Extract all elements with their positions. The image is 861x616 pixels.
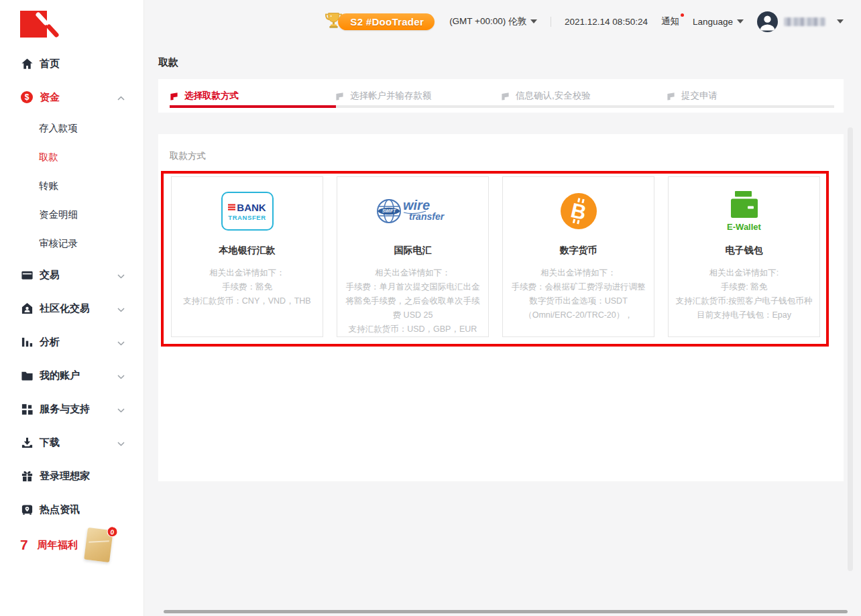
sidebar-item-anniversary-benefits[interactable]: 7 周年福利 0 [0,526,144,564]
seven-anniversary-icon: 7 [20,537,28,553]
timezone-selector[interactable]: (GMT +00:00) 伦敦 [449,15,537,27]
sidebar-item-transfer[interactable]: 转账 [0,172,144,200]
sidebar-item-audit-records[interactable]: 审核记录 [0,229,144,258]
sidebar-item-withdrawal[interactable]: 取款 [0,143,144,172]
step-flag-icon [667,92,675,101]
method-card-crypto[interactable]: B 数字货币 相关出金详情如下： 手续费：会根据矿工费浮动进行调整 数字 [502,176,654,337]
news-pin-icon [20,503,34,516]
sidebar-item-label: 首页 [40,58,60,70]
ewallet-logo: E-Wallet [675,186,813,236]
caret-down-icon [737,19,744,23]
bank-bars-icon [228,203,235,211]
method-title: 国际电汇 [343,245,482,257]
user-name-redacted [784,17,825,26]
chevron-down-icon [117,404,125,415]
sidebar-item-label: 资金 [40,91,60,104]
chevron-down-icon [117,269,125,281]
sidebar-item-fund-details[interactable]: 资金明细 [0,200,144,229]
sidebar-item-my-account[interactable]: 我的账户 [0,359,144,392]
sidebar-item-analysis[interactable]: 分析 [0,325,144,359]
language-selector[interactable]: Language [693,17,744,27]
badge-count: 0 [106,526,118,538]
chevron-down-icon [117,336,125,348]
method-description: 相关出金详情如下： 手续费：豁免 支持汇款货币：CNY，VND，THB [178,266,317,308]
chevron-up-icon [117,92,125,103]
horizontal-scrollbar[interactable] [164,610,848,613]
sidebar-item-trading[interactable]: 交易 [0,258,144,292]
notifications-link[interactable]: 通知 [661,15,679,27]
method-title: 数字货币 [509,245,648,257]
chevron-down-icon [117,437,125,448]
sidebar-item-funds[interactable]: $ 资金 [0,80,144,114]
sidebar-item-services-support[interactable]: 服务与支持 [0,392,144,426]
step-flag-icon [501,92,510,101]
user-menu[interactable] [757,11,844,32]
svg-text:wire: wire [403,198,430,212]
method-card-international-wire[interactable]: SWIFT wire transfer 国际电汇 相关出金详情如下： 手续费：单… [337,176,489,337]
method-title: 电子钱包 [675,245,813,257]
method-card-ewallet[interactable]: E-Wallet 电子钱包 相关出金详情如下: 手续费: 豁免 支持汇款货币:按… [668,176,820,337]
sidebar-item-hot-news[interactable]: 热点资讯 [0,493,144,526]
sidebar-item-ideal-home[interactable]: 登录理想家 [0,459,144,493]
swift-wire-transfer-logo: SWIFT wire transfer [343,186,482,236]
step-flag-icon [170,92,178,101]
svg-text:transfer: transfer [409,211,445,222]
red-highlight-annotation: BANK TRANSFER 本地银行汇款 相关出金详情如下： 手续费：豁免 支持… [161,171,829,347]
folder-icon [20,369,34,382]
ewallet-logo-text: E-Wallet [727,222,761,232]
divider [551,17,551,27]
bitcoin-logo: B [509,186,648,236]
trade-icon [20,268,34,282]
method-description: 相关出金详情如下： 手续费：会根据矿工费浮动进行调整 数字货币出金选项：USDT… [509,266,648,322]
grid-icon [20,402,34,416]
doo-prime-logo[interactable] [20,10,60,41]
caret-down-icon [530,19,537,23]
progress-segment-active [170,105,336,108]
avatar-icon [757,11,778,32]
funds-icon: $ [20,90,34,104]
method-title: 本地银行汇款 [178,245,317,257]
sidebar-item-home[interactable]: 首页 [0,47,144,80]
steps-progress-track [170,105,834,108]
section-label: 取款方式 [170,150,844,162]
red-packet-icon: 0 [84,528,113,562]
season-badge[interactable]: S2 #DooTrader [323,11,435,32]
withdrawal-methods-panel: 取款方式 BANK TRANSFER 本地银行汇款 [158,134,844,481]
svg-text:$: $ [25,93,30,102]
bank-transfer-logo: BANK TRANSFER [178,186,317,236]
method-description: 相关出金详情如下： 手续费：单月首次提交国际电汇出金将豁免手续费，之后会收取单次… [343,266,482,336]
datetime: 2021.12.14 08:50:24 [565,17,648,27]
sidebar-item-community-trading[interactable]: 社区化交易 [0,292,144,325]
season-badge-label: S2 #DooTrader [338,13,435,30]
chevron-down-icon [117,370,125,381]
step-flag-icon [335,92,344,101]
withdrawal-steps: 选择取款方式 选择帐户并输存款额 信息确认,安全校验 提交申请 [158,79,844,113]
gift-icon [20,469,34,483]
download-icon [20,436,34,449]
vertical-scrollbar[interactable] [848,127,853,571]
sidebar-item-download[interactable]: 下载 [0,426,144,459]
top-bar: S2 #DooTrader (GMT +00:00) 伦敦 2021.12.14… [144,0,861,43]
page-title: 取款 [158,43,844,69]
sidebar: 首页 $ 资金 存入款项 取款 转账 资金明细 审核记录 交易 社区化交易 分析 [0,0,144,616]
chevron-down-icon [117,303,125,314]
caret-down-icon [837,19,844,23]
analysis-icon [20,335,34,349]
home-icon [20,57,34,70]
sidebar-item-deposit[interactable]: 存入款项 [0,114,144,143]
community-icon [20,302,34,315]
notification-dot [681,13,684,17]
method-card-local-bank[interactable]: BANK TRANSFER 本地银行汇款 相关出金详情如下： 手续费：豁免 支持… [171,176,323,337]
method-description: 相关出金详情如下: 手续费: 豁免 支持汇款货币:按照客户电子钱包币种 目前支持… [675,266,813,322]
svg-text:SWIFT: SWIFT [382,208,396,213]
